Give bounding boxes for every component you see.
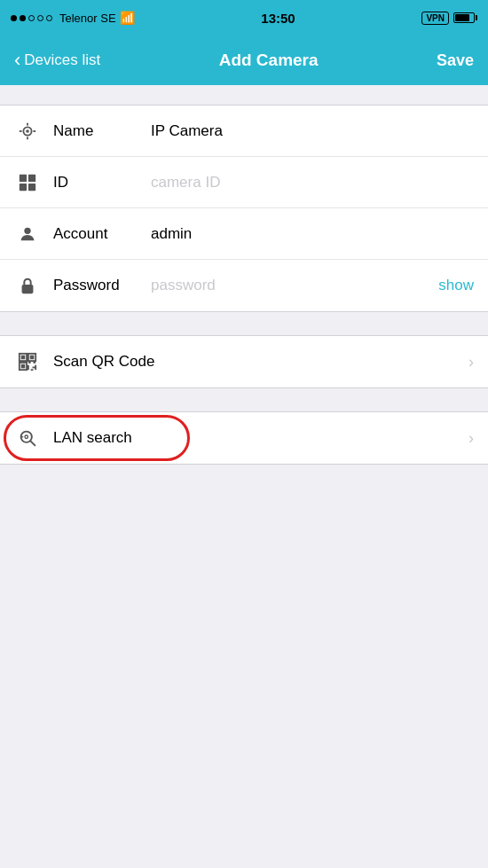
status-right: VPN <box>421 12 477 25</box>
qr-section: Scan QR Code › <box>0 335 488 388</box>
name-label: Name <box>53 122 151 140</box>
lan-search-row[interactable]: LAN search › <box>0 412 488 464</box>
svg-point-27 <box>25 435 28 439</box>
password-row: Password password show <box>0 260 488 311</box>
svg-rect-7 <box>28 174 35 181</box>
lan-section: LAN search › <box>0 411 488 465</box>
account-row: Account admin <box>0 208 488 260</box>
carrier-label: Telenor SE <box>59 12 116 25</box>
account-value[interactable]: admin <box>151 225 474 243</box>
vpn-badge: VPN <box>421 12 449 25</box>
scan-qr-chevron: › <box>468 353 474 371</box>
password-placeholder[interactable]: password <box>151 277 431 294</box>
time-label: 13:50 <box>261 11 295 26</box>
svg-rect-11 <box>22 285 34 293</box>
scan-qr-row[interactable]: Scan QR Code › <box>0 336 488 387</box>
status-bar: Telenor SE 📶 13:50 VPN <box>0 0 488 35</box>
dot4 <box>37 15 43 21</box>
status-left: Telenor SE 📶 <box>11 11 135 25</box>
name-value[interactable]: IP Camera <box>151 122 474 140</box>
save-button[interactable]: Save <box>437 51 474 70</box>
wifi-icon: 📶 <box>120 11 135 25</box>
camera-icon <box>14 121 41 141</box>
show-password-button[interactable]: show <box>438 277 474 294</box>
svg-rect-13 <box>21 356 26 360</box>
id-label: ID <box>53 174 151 192</box>
svg-line-26 <box>30 441 35 445</box>
dot1 <box>11 15 17 21</box>
grid-icon <box>14 173 41 192</box>
qr-icon <box>14 352 41 371</box>
password-label: Password <box>53 277 151 294</box>
battery-icon <box>453 12 477 23</box>
id-row: ID camera ID <box>0 157 488 208</box>
lan-search-chevron: › <box>468 429 474 448</box>
signal-dots <box>11 15 52 21</box>
form-section: Name IP Camera ID camera ID Account admi… <box>0 105 488 312</box>
name-row: Name IP Camera <box>0 106 488 157</box>
svg-rect-8 <box>20 183 27 190</box>
back-label: Devices list <box>24 51 100 69</box>
account-label: Account <box>53 225 151 243</box>
back-button[interactable]: ‹ Devices list <box>14 51 100 70</box>
account-icon <box>14 224 41 244</box>
dot3 <box>28 15 35 21</box>
page-title: Add Camera <box>219 51 319 70</box>
svg-rect-17 <box>21 364 26 369</box>
svg-rect-9 <box>28 183 35 190</box>
search-icon <box>14 429 41 448</box>
svg-point-1 <box>26 129 29 133</box>
dot5 <box>46 15 52 21</box>
dot2 <box>20 15 26 21</box>
svg-point-10 <box>24 227 30 233</box>
scan-qr-label: Scan QR Code <box>53 353 468 371</box>
id-placeholder[interactable]: camera ID <box>151 174 474 192</box>
svg-rect-15 <box>30 356 35 360</box>
back-chevron-icon: ‹ <box>14 51 20 70</box>
lock-icon <box>14 276 41 295</box>
svg-rect-6 <box>20 174 27 181</box>
lan-search-label: LAN search <box>53 429 468 447</box>
nav-bar: ‹ Devices list Add Camera Save <box>0 35 488 85</box>
